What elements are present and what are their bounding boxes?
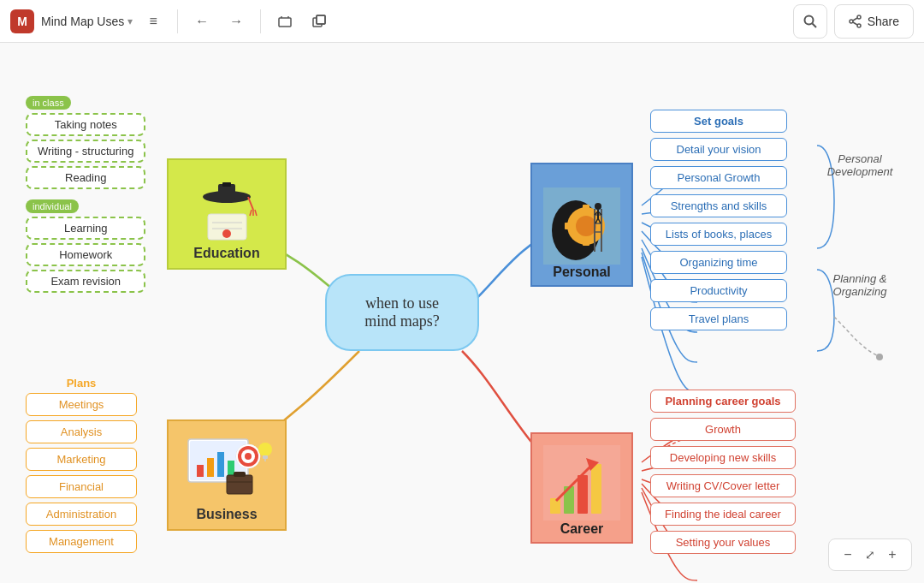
clone-button[interactable] — [305, 8, 333, 35]
redo-button[interactable]: → — [222, 8, 250, 35]
edu-item-homework[interactable]: Homework — [26, 243, 145, 266]
svg-point-8 — [857, 15, 861, 19]
education-branches: in class Taking notes Writing - structur… — [26, 94, 145, 301]
business-image — [180, 430, 274, 507]
svg-rect-46 — [197, 465, 204, 477]
career-item-new-skills[interactable]: Developing new skills — [650, 446, 796, 469]
personal-item-set-goals[interactable]: Set goals — [650, 110, 787, 133]
svg-rect-20 — [222, 182, 231, 187]
biz-item-analysis[interactable]: Analysis — [26, 420, 137, 443]
planning-organizing-label: Planning & Organizing — [821, 272, 898, 298]
edu-item-exam[interactable]: Exam revision — [26, 270, 145, 293]
svg-line-11 — [853, 18, 857, 21]
business-branches: Plans Meetings Analysis Marketing Financ… — [26, 377, 137, 557]
career-node[interactable]: Career — [530, 432, 633, 544]
svg-rect-65 — [591, 464, 601, 514]
center-node[interactable]: when to use mind maps? — [325, 274, 479, 351]
toolbar-divider — [177, 9, 178, 33]
career-item-ideal-career[interactable]: Finding the ideal career — [650, 503, 796, 526]
personal-item-strengths[interactable]: Strengths and skills — [650, 194, 787, 217]
svg-point-32 — [576, 216, 596, 236]
biz-item-financial[interactable]: Financial — [26, 475, 137, 498]
education-image — [184, 177, 270, 246]
personal-item-time[interactable]: Organizing time — [650, 251, 787, 274]
inclass-badge: in class — [26, 96, 71, 110]
svg-line-24 — [255, 210, 257, 216]
svg-point-6 — [804, 15, 813, 24]
education-label: Education — [193, 246, 259, 261]
business-header: Plans — [26, 377, 137, 390]
personal-node[interactable]: Personal — [530, 163, 633, 287]
svg-rect-28 — [583, 205, 589, 210]
business-label: Business — [196, 507, 257, 522]
topbar-right: Share — [793, 4, 914, 39]
svg-point-54 — [245, 453, 252, 460]
topbar: M Mind Map Uses ▾ ≡ ← → — [0, 0, 924, 43]
personal-development-label: Personal Development — [821, 152, 898, 178]
business-node[interactable]: Business — [167, 419, 287, 531]
share-button[interactable]: Share — [834, 4, 914, 39]
svg-rect-47 — [207, 458, 214, 477]
svg-line-21 — [248, 197, 253, 210]
edu-group-individual: individual Learning Homework Exam revisi… — [26, 198, 145, 293]
svg-rect-56 — [234, 472, 246, 477]
biz-item-meetings[interactable]: Meetings — [26, 393, 137, 416]
biz-item-marketing[interactable]: Marketing — [26, 448, 137, 471]
edu-item-writing[interactable]: Writing - structuring — [26, 140, 145, 163]
personal-item-lists[interactable]: Lists of books, places — [650, 223, 787, 246]
svg-point-58 — [258, 443, 272, 456]
career-item-cv[interactable]: Writing CV/Cover letter — [650, 474, 796, 497]
personal-item-vision[interactable]: Detail your vision — [650, 138, 787, 161]
personal-item-growth[interactable]: Personal Growth — [650, 166, 787, 189]
personal-label: Personal — [553, 265, 611, 280]
career-item-planning[interactable]: Planning career goals — [650, 390, 796, 413]
svg-line-23 — [250, 210, 252, 216]
svg-point-38 — [595, 203, 601, 210]
svg-point-9 — [850, 20, 853, 23]
svg-line-12 — [853, 22, 857, 25]
edu-item-taking-notes[interactable]: Taking notes — [26, 113, 145, 136]
edu-item-reading[interactable]: Reading — [26, 166, 145, 189]
menu-button[interactable]: ≡ — [139, 8, 167, 35]
individual-badge: individual — [26, 199, 79, 213]
mindmap-canvas: when to use mind maps? — [0, 43, 924, 583]
personal-image — [543, 187, 620, 265]
document-title[interactable]: Mind Map Uses ▾ — [41, 15, 133, 28]
svg-rect-59 — [263, 455, 268, 459]
zoom-controls: − ⤢ + — [828, 538, 912, 571]
svg-point-13 — [876, 354, 883, 360]
education-node[interactable]: Education — [167, 158, 287, 270]
career-branches: Planning career goals Growth Developing … — [650, 390, 796, 559]
zoom-in-button[interactable]: + — [880, 543, 904, 567]
zoom-out-button[interactable]: − — [836, 543, 860, 567]
svg-rect-49 — [228, 461, 234, 477]
svg-rect-0 — [279, 18, 291, 27]
svg-rect-48 — [217, 452, 224, 477]
personal-item-productivity[interactable]: Productivity — [650, 279, 787, 302]
career-image — [543, 444, 620, 521]
svg-rect-62 — [550, 498, 560, 514]
app-logo: M — [10, 9, 34, 33]
search-button[interactable] — [793, 4, 827, 39]
svg-rect-55 — [227, 475, 252, 494]
career-item-growth[interactable]: Growth — [650, 418, 796, 441]
biz-item-management[interactable]: Management — [26, 530, 137, 553]
career-item-values[interactable]: Setting your values — [650, 531, 796, 554]
zoom-fit-icon[interactable]: ⤢ — [865, 548, 875, 562]
frame-button[interactable] — [271, 8, 299, 35]
svg-rect-30 — [565, 223, 570, 229]
svg-point-10 — [857, 24, 861, 27]
personal-item-travel[interactable]: Travel plans — [650, 307, 787, 330]
edu-item-learning[interactable]: Learning — [26, 217, 145, 240]
svg-line-7 — [812, 23, 816, 27]
svg-rect-4 — [317, 15, 325, 24]
personal-branches: Set goals Detail your vision Personal Gr… — [650, 110, 787, 336]
career-label: Career — [560, 521, 604, 537]
undo-button[interactable]: ← — [188, 8, 216, 35]
edu-group-inclass: in class Taking notes Writing - structur… — [26, 94, 145, 189]
biz-item-admin[interactable]: Administration — [26, 503, 137, 526]
svg-rect-64 — [578, 475, 588, 514]
svg-rect-29 — [583, 241, 589, 246]
toolbar-divider-2 — [260, 9, 261, 33]
